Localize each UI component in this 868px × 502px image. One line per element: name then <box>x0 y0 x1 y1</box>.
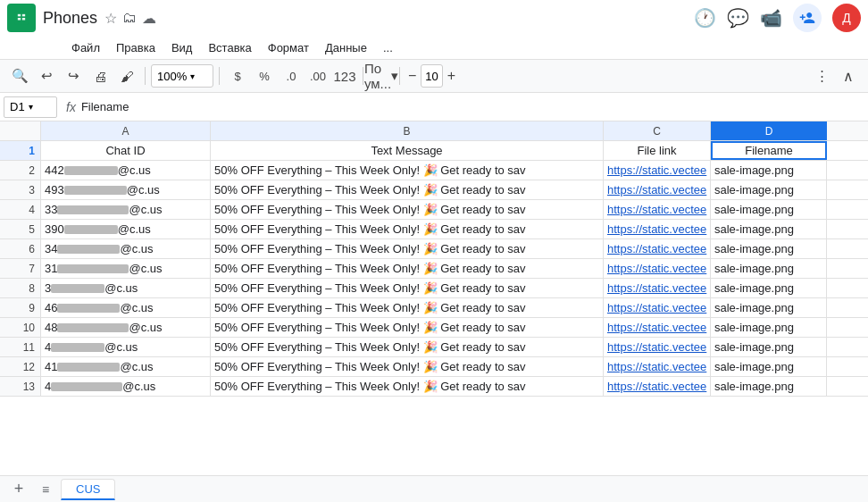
search-button[interactable]: 🔍 <box>7 63 32 88</box>
cell-d-3[interactable]: sale-image.png <box>711 180 827 199</box>
cell-a-10[interactable]: 48@c.us <box>41 318 211 337</box>
font-size-decrease[interactable]: − <box>405 68 419 84</box>
cell-d-2[interactable]: sale-image.png <box>711 161 827 180</box>
cell-b-3[interactable]: 50% OFF Everything – This Week Only! 🎉 G… <box>211 180 604 199</box>
menu-insert[interactable]: Вставка <box>201 39 258 56</box>
file-link-13[interactable]: https://static.vectee <box>607 380 706 393</box>
font-size-increase[interactable]: + <box>445 68 458 84</box>
percent-button[interactable]: % <box>252 63 277 88</box>
folder-icon[interactable]: 🗂 <box>122 10 137 26</box>
menu-file[interactable]: Файл <box>64 39 107 56</box>
font-size-box[interactable]: 10 <box>421 64 442 88</box>
cell-c-5[interactable]: https://static.vectee <box>604 220 711 238</box>
cloud-icon[interactable]: ☁ <box>142 10 156 27</box>
collapse-button[interactable]: ∧ <box>836 63 861 88</box>
cell-b-8[interactable]: 50% OFF Everything – This Week Only! 🎉 G… <box>211 279 604 297</box>
cell-a-8[interactable]: 3@c.us <box>41 279 211 297</box>
cell-d-10[interactable]: sale-image.png <box>711 318 827 337</box>
cell-c-11[interactable]: https://static.vectee <box>604 338 711 356</box>
paint-format-button[interactable]: 🖌 <box>114 63 139 88</box>
file-link-8[interactable]: https://static.vectee <box>607 281 706 295</box>
cell-b-13[interactable]: 50% OFF Everything – This Week Only! 🎉 G… <box>211 377 604 396</box>
cell-d-11[interactable]: sale-image.png <box>711 338 827 356</box>
cell-c-2[interactable]: https://static.vectee <box>604 161 711 180</box>
cell-b-10[interactable]: 50% OFF Everything – This Week Only! 🎉 G… <box>211 318 604 337</box>
cell-b-7[interactable]: 50% OFF Everything – This Week Only! 🎉 G… <box>211 259 604 278</box>
cell-d-12[interactable]: sale-image.png <box>711 357 827 376</box>
undo-button[interactable]: ↩ <box>34 63 59 88</box>
cell-b-12[interactable]: 50% OFF Everything – This Week Only! 🎉 G… <box>211 357 604 376</box>
cell-b-5[interactable]: 50% OFF Everything – This Week Only! 🎉 G… <box>211 220 604 238</box>
cell-a-7[interactable]: 31@c.us <box>41 259 211 278</box>
cell-d-7[interactable]: sale-image.png <box>711 259 827 278</box>
cell-d-13[interactable]: sale-image.png <box>711 377 827 396</box>
file-link-5[interactable]: https://static.vectee <box>607 222 706 236</box>
cell-c-4[interactable]: https://static.vectee <box>604 200 711 219</box>
share-button[interactable] <box>793 4 822 32</box>
zoom-selector[interactable]: 100% ▾ <box>151 64 213 88</box>
print-button[interactable]: 🖨 <box>88 63 113 88</box>
user-avatar[interactable]: Д <box>832 4 861 32</box>
file-link-12[interactable]: https://static.vectee <box>607 360 706 373</box>
cell-a-11[interactable]: 4@c.us <box>41 338 211 356</box>
menu-more[interactable]: ... <box>376 39 400 56</box>
cell-d-4[interactable]: sale-image.png <box>711 200 827 219</box>
col-header-a[interactable]: A <box>41 121 211 140</box>
file-link-6[interactable]: https://static.vectee <box>607 242 706 255</box>
align-button[interactable]: По ум... ▾ <box>369 63 394 88</box>
cell-c-10[interactable]: https://static.vectee <box>604 318 711 337</box>
cell-c-12[interactable]: https://static.vectee <box>604 357 711 376</box>
cell-d-6[interactable]: sale-image.png <box>711 239 827 258</box>
add-sheet-button[interactable]: + <box>7 478 30 501</box>
cell-c-7[interactable]: https://static.vectee <box>604 259 711 278</box>
cell-b-2[interactable]: 50% OFF Everything – This Week Only! 🎉 G… <box>211 161 604 180</box>
more-options-button[interactable]: ⋮ <box>809 63 834 88</box>
cell-a-4[interactable]: 33@c.us <box>41 200 211 219</box>
cell-a-5[interactable]: 390@c.us <box>41 220 211 238</box>
cell-a-9[interactable]: 46@c.us <box>41 298 211 317</box>
cell-c-9[interactable]: https://static.vectee <box>604 298 711 317</box>
file-link-11[interactable]: https://static.vectee <box>607 340 706 354</box>
cell-b-9[interactable]: 50% OFF Everything – This Week Only! 🎉 G… <box>211 298 604 317</box>
file-link-3[interactable]: https://static.vectee <box>607 183 706 197</box>
cell-a-12[interactable]: 41@c.us <box>41 357 211 376</box>
col-header-d[interactable]: D <box>711 121 827 140</box>
star-icon[interactable]: ☆ <box>104 10 117 27</box>
cell-b-4[interactable]: 50% OFF Everything – This Week Only! 🎉 G… <box>211 200 604 219</box>
file-link-7[interactable]: https://static.vectee <box>607 262 706 275</box>
redo-button[interactable]: ↪ <box>61 63 86 88</box>
file-link-9[interactable]: https://static.vectee <box>607 301 706 314</box>
sheet-tab-cus[interactable]: CUS <box>61 479 115 500</box>
cell-d-8[interactable]: sale-image.png <box>711 279 827 297</box>
cell-b-11[interactable]: 50% OFF Everything – This Week Only! 🎉 G… <box>211 338 604 356</box>
sheet-menu-button[interactable]: ≡ <box>34 478 57 501</box>
col-header-c[interactable]: C <box>604 121 711 140</box>
menu-data[interactable]: Данные <box>318 39 374 56</box>
menu-edit[interactable]: Правка <box>109 39 163 56</box>
history-icon[interactable]: 🕐 <box>694 7 716 29</box>
cell-reference-box[interactable]: D1 ▾ <box>4 96 57 118</box>
menu-view[interactable]: Вид <box>164 39 200 56</box>
cell-d-9[interactable]: sale-image.png <box>711 298 827 317</box>
cell-c-13[interactable]: https://static.vectee <box>604 377 711 396</box>
menu-format[interactable]: Формат <box>261 39 316 56</box>
file-link-2[interactable]: https://static.vectee <box>607 163 706 177</box>
cell-b-6[interactable]: 50% OFF Everything – This Week Only! 🎉 G… <box>211 239 604 258</box>
col-header-b[interactable]: B <box>211 121 604 140</box>
cell-a-3[interactable]: 493@c.us <box>41 180 211 199</box>
meet-icon[interactable]: 📹 <box>760 7 782 29</box>
chat-icon[interactable]: 💬 <box>727 7 749 29</box>
cell-c-8[interactable]: https://static.vectee <box>604 279 711 297</box>
file-link-4[interactable]: https://static.vectee <box>607 203 706 216</box>
cell-c-6[interactable]: https://static.vectee <box>604 239 711 258</box>
cell-a-13[interactable]: 4@c.us <box>41 377 211 396</box>
cell-c-3[interactable]: https://static.vectee <box>604 180 711 199</box>
cell-d-5[interactable]: sale-image.png <box>711 220 827 238</box>
file-link-10[interactable]: https://static.vectee <box>607 321 706 334</box>
cell-a-2[interactable]: 442@c.us <box>41 161 211 180</box>
dec-increase-button[interactable]: .00 <box>305 63 330 88</box>
cell-a-6[interactable]: 34@c.us <box>41 239 211 258</box>
app-icon[interactable] <box>7 4 36 32</box>
num-format-button[interactable]: 123 <box>332 63 357 88</box>
currency-button[interactable]: $ <box>225 63 250 88</box>
